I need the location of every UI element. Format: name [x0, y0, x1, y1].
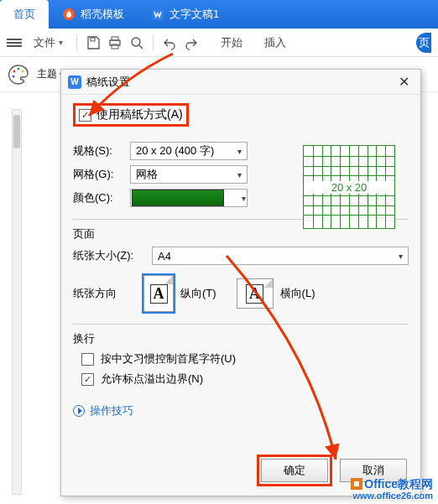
- flame-icon: [62, 8, 76, 21]
- spec-label: 规格(S):: [73, 143, 123, 158]
- svg-rect-2: [91, 38, 95, 41]
- preview-icon[interactable]: [129, 35, 144, 50]
- ribbon-page-button[interactable]: 页: [416, 33, 431, 53]
- wrap-cjk-label: 按中文习惯控制首尾字符(U): [101, 351, 236, 366]
- save-icon[interactable]: [86, 35, 101, 50]
- close-icon: ✕: [399, 74, 409, 90]
- play-icon: [73, 405, 85, 417]
- paper-size-select[interactable]: A4 ▾: [152, 247, 409, 265]
- chevron-down-icon: ▾: [237, 147, 242, 156]
- paper-size-value: A4: [158, 250, 171, 262]
- menu-icon[interactable]: [7, 37, 22, 49]
- wrap-cjk-checkbox[interactable]: [81, 353, 94, 366]
- theme-label: 主题: [37, 67, 57, 81]
- document-scrollbar[interactable]: [12, 109, 22, 495]
- tips-link[interactable]: 操作技巧: [73, 403, 409, 418]
- grid-paper-dialog: W 稿纸设置 ✕ 使用稿纸方式(A) 规格(S): 20 x 20 (400 字…: [60, 69, 421, 496]
- separator: [76, 34, 77, 51]
- separator: [73, 324, 409, 325]
- spec-select[interactable]: 20 x 20 (400 字) ▾: [130, 142, 248, 160]
- tips-label: 操作技巧: [90, 403, 133, 418]
- doc-icon: [151, 8, 164, 21]
- preview-caption: 20 x 20: [304, 181, 394, 194]
- landscape-button[interactable]: A: [237, 278, 274, 309]
- palette-icon[interactable]: [7, 63, 30, 86]
- watermark-url: www.office26.com: [352, 491, 433, 501]
- app-tabbar: 首页 稻壳模板 文字文稿1: [0, 0, 438, 29]
- undo-icon[interactable]: [162, 35, 177, 50]
- ok-label: 确定: [284, 463, 305, 478]
- paper-size-row: 纸张大小(Z): A4 ▾: [73, 247, 409, 265]
- portrait-button[interactable]: A: [143, 275, 174, 312]
- wrap-punct-checkbox[interactable]: [81, 373, 94, 386]
- grid-select[interactable]: 网格 ▾: [130, 165, 248, 184]
- tab-home[interactable]: 首页: [0, 0, 49, 29]
- svg-point-9: [18, 67, 20, 70]
- menu-start[interactable]: 开始: [221, 35, 242, 50]
- paper-size-label: 纸张大小(Z):: [73, 248, 145, 263]
- separator: [153, 34, 154, 51]
- dialog-body: 使用稿纸方式(A) 规格(S): 20 x 20 (400 字) ▾ 网格(G)…: [61, 95, 420, 450]
- ribbon-page-label: 页: [419, 35, 430, 50]
- redo-icon[interactable]: [184, 35, 199, 50]
- landscape-label: 横向(L): [280, 286, 315, 301]
- svg-point-11: [13, 75, 15, 77]
- spec-value: 20 x 20 (400 字): [136, 143, 214, 158]
- dialog-titlebar: W 稿纸设置 ✕: [61, 70, 420, 95]
- use-grid-label: 使用稿纸方式(A): [96, 107, 183, 122]
- file-menu[interactable]: 文件 ▾: [29, 34, 68, 52]
- grid-label: 网格(G):: [73, 167, 123, 182]
- color-select[interactable]: ▾: [130, 189, 248, 207]
- svg-line-7: [139, 45, 143, 49]
- svg-point-10: [22, 70, 24, 72]
- tab-doc-label: 文字文稿1: [169, 7, 219, 22]
- chevron-down-icon: ▾: [59, 38, 63, 47]
- grid-value: 网格: [136, 167, 158, 182]
- tab-home-label: 首页: [13, 7, 35, 22]
- watermark-brand: Office教程网: [364, 478, 433, 491]
- cancel-label: 取消: [362, 463, 384, 478]
- watermark: Office教程网 www.office26.com: [351, 478, 433, 501]
- svg-point-8: [13, 70, 16, 72]
- ribbon-toolbar: 文件 ▾ 开始 插入 页: [0, 29, 438, 57]
- menu-insert[interactable]: 插入: [264, 35, 286, 50]
- dialog-title: 稿纸设置: [86, 75, 130, 90]
- grid-preview: 20 x 20: [303, 145, 395, 229]
- file-menu-label: 文件: [34, 35, 55, 50]
- color-label: 颜色(C):: [73, 190, 123, 205]
- wrap-punct-row: 允许标点溢出边界(N): [81, 372, 409, 387]
- use-grid-row: 使用稿纸方式(A): [73, 103, 189, 127]
- color-swatch: [132, 190, 224, 206]
- scrollbar-thumb[interactable]: [13, 115, 20, 148]
- wrap-cjk-row: 按中文习惯控制首尾字符(U): [81, 351, 409, 366]
- tab-template-label: 稻壳模板: [81, 7, 124, 22]
- chevron-down-icon: ▾: [242, 194, 246, 203]
- tab-template[interactable]: 稻壳模板: [49, 0, 138, 29]
- svg-point-6: [132, 38, 140, 46]
- app-icon: W: [68, 75, 81, 89]
- chevron-down-icon: ▾: [237, 170, 242, 179]
- tab-doc[interactable]: 文字文稿1: [138, 0, 232, 29]
- ok-button[interactable]: 确定: [261, 459, 328, 482]
- chevron-down-icon: ▾: [399, 252, 403, 261]
- print-icon[interactable]: [107, 35, 123, 50]
- portrait-label: 纵向(T): [180, 286, 216, 301]
- orientation-row: 纸张方向 A 纵向(T) A 横向(L): [73, 275, 409, 312]
- close-button[interactable]: ✕: [394, 72, 414, 92]
- wrap-section-label: 换行: [73, 331, 409, 346]
- use-grid-checkbox[interactable]: [79, 109, 91, 122]
- orientation-label: 纸张方向: [73, 286, 123, 301]
- wrap-punct-label: 允许标点溢出边界(N): [101, 372, 203, 387]
- watermark-icon: [351, 478, 362, 490]
